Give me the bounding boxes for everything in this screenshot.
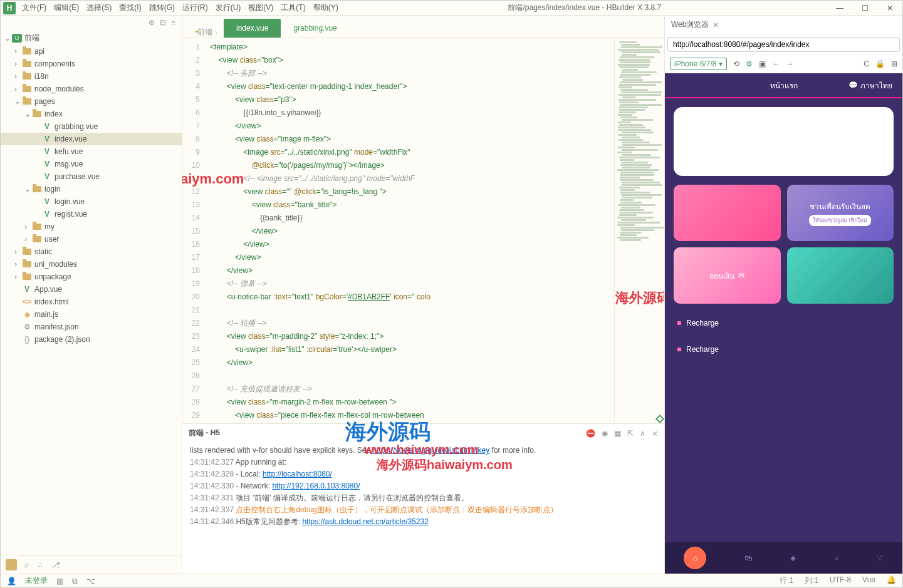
- code-editor[interactable]: <template> <view class="box"> <!-- 头部 --…: [205, 38, 614, 423]
- mail-icon: ✉: [738, 271, 744, 280]
- tree-item[interactable]: ›components: [1, 58, 182, 70]
- user-icon[interactable]: 👤: [7, 577, 16, 585]
- menu-item[interactable]: 文件(F): [18, 3, 50, 12]
- nav-bag-icon[interactable]: 🛍: [744, 554, 752, 562]
- project-bottom-icon[interactable]: [6, 559, 17, 570]
- menu-bar: H 文件(F)编辑(E)选择(S)查找(I)跳转(G)运行(R)发行(U)视图(…: [1, 1, 902, 16]
- invite-card[interactable]: ชวนเพื่อนรับเงินสด ให้ของขวัญสมาชิกใหม่: [787, 185, 894, 241]
- stop-icon[interactable]: ◉: [602, 429, 608, 438]
- tree-label: uni_modules: [34, 260, 77, 269]
- editor-tab[interactable]: index.vue: [224, 19, 281, 38]
- back-icon[interactable]: ←: [772, 59, 780, 68]
- tree-item[interactable]: Vmsg.vue: [1, 158, 182, 170]
- collapse-icon[interactable]: ⊟: [160, 18, 166, 27]
- recharge-item[interactable]: Recharge: [665, 336, 902, 363]
- nav-diamond-icon[interactable]: ◈: [790, 554, 796, 562]
- preview-viewport[interactable]: หน้าแรก 💬 ภาษาไทย ชวนเพื่อนรับเงินสด ให้…: [665, 73, 902, 574]
- tree-item[interactable]: Vregist.vue: [1, 208, 182, 220]
- console-link[interactable]: http://localhost:8080/: [263, 470, 332, 478]
- tree-item[interactable]: ›my: [1, 220, 182, 233]
- branch-icon[interactable]: ⌥: [86, 577, 95, 585]
- close-button[interactable]: ✕: [877, 3, 902, 14]
- menu-item[interactable]: 视图(V): [244, 3, 277, 12]
- minimize-button[interactable]: —: [827, 3, 852, 14]
- encoding[interactable]: UTF-8: [830, 575, 851, 586]
- console-link[interactable]: http://192.168.0.103:8080/: [272, 482, 360, 490]
- reload-icon[interactable]: C: [864, 59, 869, 68]
- editor-tab[interactable]: grabbing.vue: [281, 19, 349, 38]
- tree-item[interactable]: ›unpackage: [1, 271, 182, 283]
- maximize-button[interactable]: ☐: [852, 3, 877, 14]
- menu-item[interactable]: 编辑(E): [50, 3, 83, 12]
- tree-item[interactable]: ›uni_modules: [1, 258, 182, 271]
- promo-card[interactable]: [787, 247, 894, 304]
- recharge-item[interactable]: Recharge: [665, 310, 902, 336]
- withdraw-card[interactable]: ถอนเงิน ✉: [674, 247, 781, 304]
- tree-label: static: [34, 247, 52, 256]
- banner-card[interactable]: [674, 107, 894, 176]
- tree-item[interactable]: Vkefu.vue: [1, 145, 182, 158]
- tree-item[interactable]: ⌄login: [1, 183, 182, 195]
- source-icon[interactable]: ⎇: [51, 560, 60, 569]
- menu-item[interactable]: 跳转(G): [145, 3, 179, 12]
- rotate-icon[interactable]: ⟲: [733, 59, 739, 68]
- language-mode[interactable]: Vue: [862, 575, 875, 586]
- url-input[interactable]: [667, 37, 900, 52]
- tree-item[interactable]: Vgrabbing.vue: [1, 120, 182, 133]
- tree-item[interactable]: ◆main.js: [1, 308, 182, 321]
- close-console-icon[interactable]: ⨯: [652, 429, 658, 438]
- menu-item[interactable]: 选择(S): [83, 3, 115, 12]
- tree-item[interactable]: Vlogin.vue: [1, 195, 182, 208]
- menu-item[interactable]: 帮助(Y): [310, 3, 342, 12]
- forward-icon[interactable]: →: [786, 59, 793, 68]
- bug-icon[interactable]: ⛬: [36, 560, 44, 569]
- terminal-icon[interactable]: ⧉: [72, 577, 78, 585]
- nav-heart-icon[interactable]: ♡: [877, 554, 884, 562]
- notification-icon[interactable]: 🔔: [887, 575, 896, 586]
- nav-home-icon[interactable]: ⌂: [684, 547, 706, 569]
- tree-item[interactable]: ⌄pages: [1, 95, 182, 108]
- binoculars-icon[interactable]: ⌕: [24, 560, 29, 569]
- tree-item[interactable]: Vpurchase.vue: [1, 170, 182, 183]
- menu-icon[interactable]: ≡: [171, 18, 175, 27]
- device-selector[interactable]: iPhone 6/7/8 ▾: [670, 58, 727, 70]
- tree-item[interactable]: ›user: [1, 233, 182, 245]
- tree-item[interactable]: ›api: [1, 45, 182, 58]
- folder-icon: [22, 47, 32, 56]
- tree-item[interactable]: <>index.html: [1, 296, 182, 308]
- breadcrumb[interactable]: 前端 ›: [189, 27, 224, 38]
- tree-item[interactable]: ›static: [1, 245, 182, 258]
- tree-item[interactable]: ›i18n: [1, 70, 182, 83]
- sync-icon[interactable]: ▥: [56, 577, 63, 585]
- menu-item[interactable]: 工具(T): [277, 3, 309, 12]
- menu-item[interactable]: 发行(U): [212, 3, 245, 12]
- tree-item[interactable]: {}package (2).json: [1, 333, 182, 346]
- minimap[interactable]: [614, 38, 664, 423]
- console-link[interactable]: https://vuejs.org/guide/list.html#key: [372, 446, 489, 455]
- new-file-icon[interactable]: ⊕: [149, 18, 155, 27]
- grid-icon[interactable]: ⊞: [891, 59, 897, 68]
- lock-icon[interactable]: 🔒: [875, 59, 885, 68]
- console-tab[interactable]: 前端 - H5: [189, 428, 220, 438]
- tree-item[interactable]: ›node_modules: [1, 83, 182, 95]
- settings-icon[interactable]: ⚙: [746, 59, 753, 68]
- export-icon[interactable]: ⇱: [627, 429, 634, 438]
- tree-item[interactable]: ⚙manifest.json: [1, 321, 182, 333]
- menu-item[interactable]: 查找(I): [115, 3, 145, 12]
- project-root[interactable]: ⌄ U 前端: [1, 31, 182, 45]
- tree-item[interactable]: Vindex.vue: [1, 133, 182, 145]
- close-browser-tab-icon[interactable]: ✕: [712, 21, 719, 29]
- trash-icon[interactable]: ▦: [614, 429, 621, 438]
- console-link[interactable]: https://ask.dcloud.net.cn/article/35232: [302, 517, 428, 526]
- tree-item[interactable]: ⌄index: [1, 108, 182, 120]
- screenshot-icon[interactable]: ▣: [759, 59, 766, 68]
- nav-search-icon[interactable]: ○: [834, 554, 838, 562]
- tree-item[interactable]: VApp.vue: [1, 283, 182, 296]
- menu-item[interactable]: 运行(R): [179, 3, 212, 12]
- debug-icon[interactable]: ⛔: [586, 429, 595, 438]
- deposit-card[interactable]: [674, 185, 781, 241]
- collapse-console-icon[interactable]: ∧: [640, 429, 645, 438]
- login-status[interactable]: 未登录: [25, 575, 48, 586]
- line-gutter[interactable]: 12-34-5-678-9-101112-13-1415161718192021…: [182, 38, 205, 423]
- lang-selector[interactable]: 💬 ภาษาไทย: [848, 80, 892, 91]
